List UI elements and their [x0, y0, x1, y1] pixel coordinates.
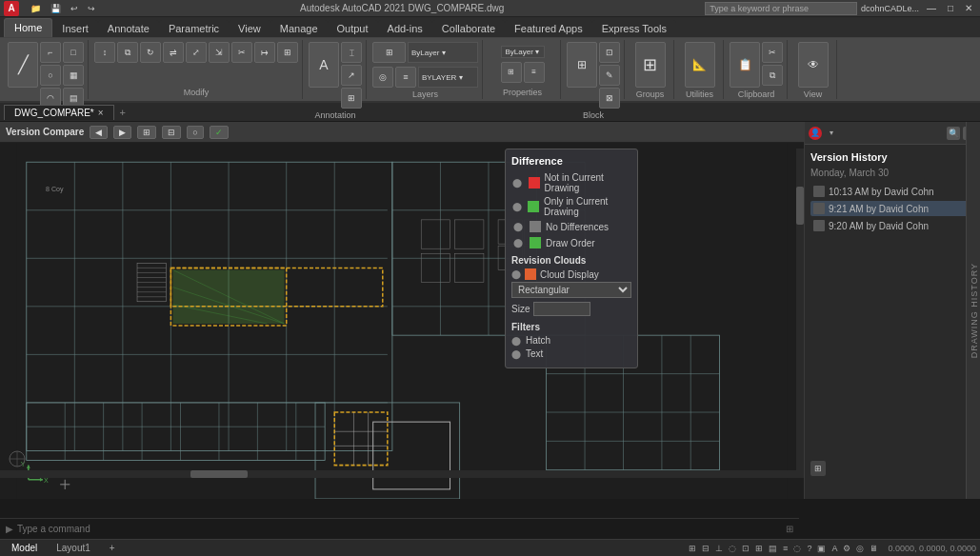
leader-btn[interactable]: ↗	[341, 65, 362, 86]
rp-avatar-icon[interactable]: 👤	[809, 127, 822, 140]
isolate-icon[interactable]: ◎	[856, 544, 864, 553]
ws-icon[interactable]: ⚙	[843, 544, 850, 553]
mirror-btn[interactable]: ⇌	[163, 42, 184, 63]
table-btn[interactable]: ⊞	[341, 88, 362, 109]
vertical-scrollbar[interactable]	[796, 149, 804, 478]
doc-tab-main[interactable]: DWG_COMPARE* ×	[4, 105, 114, 120]
vc-next-btn[interactable]: ▶	[113, 126, 131, 139]
move-btn[interactable]: ↕	[94, 42, 115, 63]
otrack-icon[interactable]: ⊞	[755, 544, 763, 553]
size-input[interactable]	[533, 302, 590, 316]
osnap-icon[interactable]: ⊡	[742, 544, 750, 553]
extend-btn[interactable]: ↦	[254, 42, 275, 63]
status-add-tab[interactable]: +	[102, 542, 123, 554]
trim-btn[interactable]: ✂	[231, 42, 252, 63]
tab-annotate[interactable]: Annotate	[98, 20, 159, 37]
annotation-label: Annotation	[314, 110, 355, 120]
tp-icon[interactable]: ◌	[793, 544, 801, 553]
tab-insert[interactable]: Insert	[52, 20, 98, 37]
canvas-area[interactable]: Version Compare ◀ ▶ ⊞ ⊟ ○ ✓	[0, 122, 804, 499]
horizontal-scrollbar[interactable]	[0, 470, 796, 478]
grid-icon[interactable]: ⊟	[702, 544, 710, 553]
scale-btn[interactable]: ⤢	[186, 42, 207, 63]
make-current-btn[interactable]: ◎	[372, 67, 393, 88]
vc-remove-btn[interactable]: ⊟	[162, 126, 181, 139]
doc-tab-close[interactable]: ×	[98, 108, 104, 118]
text-btn[interactable]: A	[309, 42, 339, 88]
tab-manage[interactable]: Manage	[270, 20, 328, 37]
menu-redo-icon[interactable]: ↪	[84, 3, 99, 14]
vh-entry-2[interactable]: 9:21 AM by David Cohn	[810, 201, 974, 216]
doc-tab-add[interactable]: +	[114, 105, 131, 120]
layers-tools: ⊞ ByLayer ▾ ◎ ≡ BYLAYER ▾	[372, 42, 478, 88]
dynin-icon[interactable]: ▤	[769, 544, 777, 553]
vc-circle-btn[interactable]: ○	[187, 126, 203, 139]
paste-btn[interactable]: 📋	[730, 42, 760, 88]
lw-icon[interactable]: ≡	[783, 544, 788, 553]
qp-icon[interactable]: ?	[807, 544, 811, 553]
line-btn[interactable]: ╱	[8, 42, 38, 88]
tab-home[interactable]: Home	[4, 18, 52, 37]
menu-file-icon[interactable]: 📁	[27, 3, 45, 14]
group-btn[interactable]: ⊞	[635, 42, 666, 88]
cut-btn[interactable]: ✂	[762, 42, 783, 63]
tab-featured[interactable]: Featured Apps	[505, 20, 592, 37]
polyline-btn[interactable]: ⌐	[40, 42, 61, 63]
match-props-btn[interactable]: ⊞	[501, 62, 522, 83]
insert-btn[interactable]: ⊞	[567, 42, 597, 88]
vscroll-thumb[interactable]	[796, 187, 804, 225]
layer-props-btn[interactable]: ⊞	[372, 42, 406, 63]
rect-btn[interactable]: □	[63, 42, 84, 63]
vc-check-btn[interactable]: ✓	[210, 126, 229, 139]
rp-bottom-icon[interactable]: ⊞	[810, 461, 826, 476]
sel-icon[interactable]: ▣	[817, 544, 826, 553]
edit-btn[interactable]: ✎	[599, 65, 620, 86]
status-model-tab[interactable]: Model	[4, 542, 45, 554]
snap-icon[interactable]: ⊞	[689, 544, 696, 553]
create-btn[interactable]: ⊡	[599, 42, 620, 63]
command-input[interactable]	[17, 524, 782, 534]
search-box[interactable]: Type a keyword or phrase	[705, 2, 857, 15]
tab-express[interactable]: Express Tools	[592, 20, 676, 37]
vh-entry-3[interactable]: 9:20 AM by David Cohn	[810, 218, 974, 233]
anno-icon[interactable]: A	[831, 544, 837, 553]
rp-user-btn[interactable]: ▾	[825, 127, 838, 140]
tab-view[interactable]: View	[229, 20, 270, 37]
menu-undo-icon[interactable]: ↩	[67, 3, 82, 14]
ribbon-group-annotation: A ⌶ ↗ ⊞ Annotation	[305, 40, 367, 99]
block-attrib-btn[interactable]: ⊠	[599, 88, 620, 109]
copy-btn[interactable]: ⧉	[117, 42, 138, 63]
vc-prev-btn[interactable]: ◀	[90, 126, 108, 139]
diff-label-draw-order: Draw Order	[546, 238, 595, 248]
hscroll-thumb[interactable]	[190, 470, 248, 478]
shape-dropdown[interactable]: Rectangular Polygonal Freehand	[511, 282, 631, 298]
maximize-btn[interactable]: □	[944, 3, 957, 13]
polar-icon[interactable]: ◌	[729, 544, 736, 553]
circle-btn[interactable]: ○	[40, 65, 61, 86]
vh-entry-1[interactable]: 10:13 AM by David Cohn	[810, 184, 974, 199]
hatch-btn[interactable]: ▦	[63, 65, 84, 86]
tab-collaborate[interactable]: Collaborate	[432, 20, 505, 37]
measure-btn[interactable]: 📐	[685, 42, 715, 88]
dimension-btn[interactable]: ⌶	[341, 42, 362, 63]
menu-save-icon[interactable]: 💾	[47, 3, 65, 14]
set-bylayer-btn[interactable]: ≡	[524, 62, 545, 83]
minimize-btn[interactable]: —	[923, 3, 940, 13]
tab-output[interactable]: Output	[328, 20, 378, 37]
layer-state-btn[interactable]: ≡	[395, 67, 416, 88]
array-btn[interactable]: ⊞	[277, 42, 298, 63]
cmd-right-icon[interactable]: ⊞	[786, 524, 793, 534]
tab-parametric[interactable]: Parametric	[159, 20, 229, 37]
tab-addins[interactable]: Add-ins	[378, 20, 432, 37]
close-btn[interactable]: ✕	[961, 3, 976, 13]
ortho-icon[interactable]: ⊥	[715, 544, 723, 553]
status-layout-tab[interactable]: Layout1	[49, 542, 98, 554]
rotate-btn[interactable]: ↻	[140, 42, 161, 63]
vc-add-btn[interactable]: ⊞	[137, 126, 156, 139]
rp-search-icon[interactable]: 🔍	[947, 127, 960, 140]
view-btn[interactable]: 👁	[798, 42, 829, 88]
user-account[interactable]: dcohnCADLe...	[861, 4, 919, 13]
copy-clip-btn[interactable]: ⧉	[762, 65, 783, 86]
stretch-btn[interactable]: ⇲	[209, 42, 230, 63]
graphics-icon[interactable]: 🖥	[870, 544, 878, 553]
